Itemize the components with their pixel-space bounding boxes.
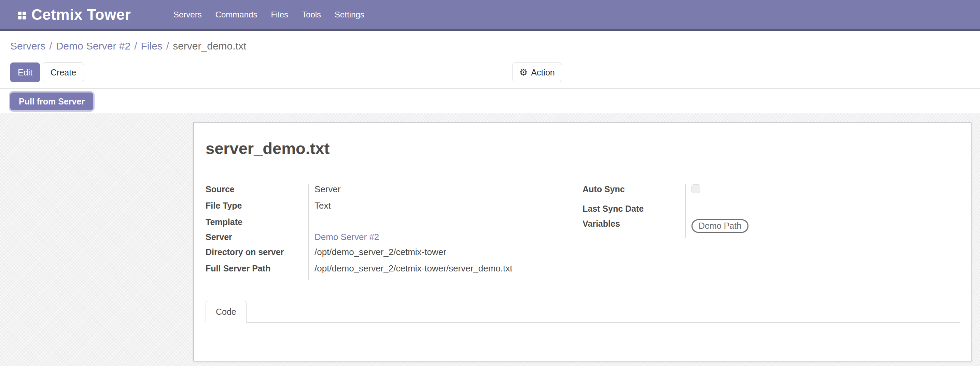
pull-from-server-button[interactable]: Pull from Server: [10, 92, 93, 110]
breadcrumb-separator: /: [130, 40, 141, 52]
breadcrumb-link-files[interactable]: Files: [141, 40, 162, 52]
apps-grid-icon[interactable]: [18, 12, 26, 19]
breadcrumb-separator: /: [45, 40, 56, 52]
field-group-right: Auto Sync Last Sync Date Variables Demo …: [582, 184, 959, 238]
field-label-file-type: File Type: [205, 201, 308, 211]
nav-item-files[interactable]: Files: [271, 10, 288, 19]
nav-item-commands[interactable]: Commands: [215, 10, 258, 19]
field-row: Source Server: [205, 184, 582, 201]
field-value-file-type: Text: [308, 201, 582, 217]
server-link[interactable]: Demo Server #2: [315, 232, 379, 242]
breadcrumb-current: server_demo.txt: [173, 40, 246, 52]
action-button[interactable]: ⚙ Action: [512, 62, 562, 82]
field-label-last-sync-date: Last Sync Date: [582, 204, 685, 214]
field-row: Last Sync Date: [582, 204, 959, 218]
field-value-full-server-path: /opt/demo_server_2/cetmix-tower/server_d…: [308, 263, 582, 280]
notebook: Code: [205, 301, 960, 323]
brand-title[interactable]: Cetmix Tower: [32, 0, 131, 29]
nav-item-servers[interactable]: Servers: [173, 10, 202, 19]
breadcrumb-link-servers[interactable]: Servers: [10, 40, 45, 52]
tab-code[interactable]: Code: [205, 301, 247, 323]
field-row: File Type Text: [205, 201, 582, 217]
edit-button[interactable]: Edit: [10, 62, 40, 82]
breadcrumb-separator: /: [162, 40, 173, 52]
field-value-auto-sync-cell: [685, 184, 959, 204]
field-row: Directory on server /opt/demo_server_2/c…: [205, 247, 582, 263]
auto-sync-checkbox[interactable]: [692, 185, 700, 193]
breadcrumb-link-demo-server-2[interactable]: Demo Server #2: [56, 40, 130, 52]
action-strip: Pull from Server: [0, 89, 980, 113]
field-value-template: [308, 217, 582, 232]
create-button[interactable]: Create: [43, 62, 84, 82]
page-title: server_demo.txt: [205, 139, 329, 158]
variable-tag-demo-path: Demo Path: [692, 219, 748, 233]
field-label-template: Template: [205, 217, 308, 227]
field-value-last-sync-date: [685, 204, 959, 218]
field-label-directory-on-server: Directory on server: [205, 247, 308, 257]
field-row: Server Demo Server #2: [205, 232, 582, 247]
cetmix-tower-screen: Cetmix Tower Servers Commands Files Tool…: [0, 0, 980, 366]
field-row: Full Server Path /opt/demo_server_2/cetm…: [205, 263, 582, 280]
nav-item-settings[interactable]: Settings: [335, 10, 364, 19]
field-value-server-cell: Demo Server #2: [308, 232, 582, 247]
field-label-server: Server: [205, 232, 308, 242]
field-label-source: Source: [205, 184, 308, 194]
field-row: Auto Sync: [582, 184, 959, 204]
field-value-variables-cell: Demo Path: [685, 218, 959, 238]
breadcrumb: Servers/Demo Server #2/Files/server_demo…: [10, 40, 246, 52]
field-value-source: Server: [308, 184, 582, 201]
field-label-variables: Variables: [582, 218, 685, 229]
field-label-full-server-path: Full Server Path: [205, 263, 308, 274]
control-panel: Servers/Demo Server #2/Files/server_demo…: [0, 31, 980, 89]
field-row: Template: [205, 217, 582, 232]
field-value-directory-on-server: /opt/demo_server_2/cetmix-tower: [308, 247, 582, 263]
field-group-left: Source Server File Type Text Template Se…: [205, 184, 582, 280]
gear-icon: ⚙: [519, 68, 528, 77]
field-label-auto-sync: Auto Sync: [582, 184, 685, 194]
notebook-tabs: Code: [205, 301, 960, 323]
top-navbar: Cetmix Tower Servers Commands Files Tool…: [0, 0, 980, 31]
form-card: server_demo.txt Source Server File Type …: [193, 122, 972, 361]
nav-item-tools[interactable]: Tools: [302, 10, 321, 19]
nav-menu: Servers Commands Files Tools Settings: [173, 0, 364, 29]
action-button-label: Action: [531, 68, 555, 78]
field-row: Variables Demo Path: [582, 218, 959, 238]
